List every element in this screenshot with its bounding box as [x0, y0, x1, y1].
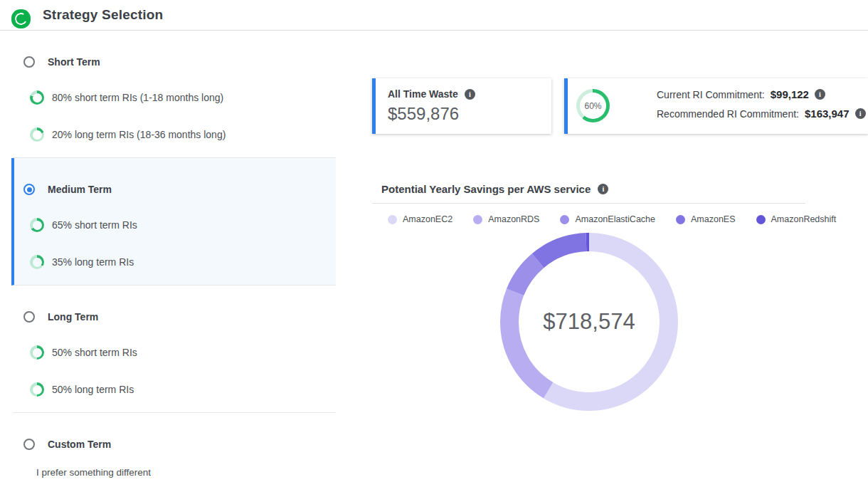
strategy-option-label: 50% long term RIs [52, 384, 134, 395]
strategy-radio-row-short[interactable]: Short Term [14, 56, 336, 68]
legend-label: AmazonRDS [488, 214, 539, 224]
ri-split-donut-icon [30, 345, 44, 360]
info-icon[interactable] [598, 184, 608, 194]
legend-item-AmazonRedshift[interactable]: AmazonRedshift [756, 214, 837, 224]
radio-custom[interactable] [23, 439, 35, 450]
strategy-section-short: Short Term80% short term RIs (1-18 month… [11, 31, 336, 158]
all-time-waste-label: All Time Waste [388, 88, 458, 100]
recommended-ri-value: $163,947 [805, 108, 850, 120]
strategy-option-row: 20% long term RIs (18-36 months long) [14, 127, 336, 142]
commitment-percent: 60% [576, 89, 610, 122]
strategy-option-label: 20% long term RIs (18-36 months long) [52, 129, 226, 140]
recommended-ri-label: Recommended RI Commitment: [657, 108, 799, 120]
legend-dot-icon [756, 215, 766, 224]
legend-dot-icon [560, 215, 569, 224]
info-icon[interactable] [815, 89, 825, 100]
savings-donut-chart: $718,574 [500, 233, 678, 411]
legend-label: AmazonElastiCache [575, 214, 655, 224]
all-time-waste-value: $559,876 [388, 104, 551, 124]
commitment-progress-ring: 60% [576, 89, 610, 122]
chart-title: Potential Yearly Savings per AWS service [381, 183, 591, 195]
legend-label: AmazonES [691, 214, 736, 224]
radio-long[interactable] [23, 311, 35, 323]
radio-short[interactable] [23, 56, 35, 68]
ri-split-donut-icon [30, 255, 44, 269]
strategy-option-label: 80% short term RIs (1-18 months long) [52, 92, 223, 103]
strategy-section-long: Long Term50% short term RIs50% long term… [11, 286, 336, 413]
strategy-label: Long Term [48, 311, 98, 323]
strategy-section-custom: Custom TermI prefer something different [11, 413, 336, 492]
info-icon[interactable] [465, 89, 475, 100]
strategy-option-row: 50% short term RIs [14, 345, 336, 360]
strategy-radio-row-long[interactable]: Long Term [14, 311, 336, 323]
strategy-list: Short Term80% short term RIs (1-18 month… [11, 31, 336, 492]
legend-dot-icon [676, 215, 685, 224]
ri-split-donut-icon [30, 127, 44, 142]
savings-total-value: $718,574 [500, 233, 678, 411]
strategy-option-label: 35% long term RIs [52, 256, 134, 268]
strategy-option-label: 50% short term RIs [52, 347, 137, 358]
legend-label: AmazonRedshift [771, 214, 837, 224]
app-logo-icon [11, 9, 31, 28]
strategy-option-row: 35% long term RIs [14, 255, 336, 269]
all-time-waste-card: All Time Waste $559,876 [372, 78, 551, 134]
strategy-option-row: 80% short term RIs (1-18 months long) [14, 90, 336, 105]
current-ri-value: $99,122 [771, 88, 809, 100]
strategy-description: I prefer something different [14, 467, 336, 478]
radio-medium-selected[interactable] [23, 184, 35, 195]
strategy-option-label: 65% short term RIs [52, 219, 137, 231]
strategy-option-row: 65% short term RIs [14, 218, 336, 232]
strategy-section-medium: Medium Term65% short term RIs35% long te… [11, 158, 336, 286]
ri-split-donut-icon [30, 382, 44, 397]
page-title: Strategy Selection [43, 0, 163, 30]
legend-item-AmazonRDS[interactable]: AmazonRDS [473, 214, 539, 224]
ri-split-donut-icon [30, 90, 44, 105]
strategy-label: Short Term [48, 56, 100, 68]
strategy-label: Medium Term [48, 184, 112, 195]
legend-item-AmazonES[interactable]: AmazonES [676, 214, 736, 224]
ri-commitment-card: 60% Current RI Commitment: $99,122 Recom… [564, 78, 868, 134]
legend-dot-icon [388, 215, 397, 224]
app-header: Strategy Selection [0, 0, 868, 31]
legend-label: AmazonEC2 [403, 214, 452, 224]
strategy-option-row: 50% long term RIs [14, 382, 336, 397]
legend-item-AmazonElastiCache[interactable]: AmazonElastiCache [560, 214, 655, 224]
ri-split-donut-icon [30, 218, 44, 232]
strategy-label: Custom Term [48, 439, 111, 450]
info-icon[interactable] [855, 108, 866, 119]
chart-legend: AmazonEC2AmazonRDSAmazonElastiCacheAmazo… [388, 214, 836, 224]
strategy-radio-row-medium[interactable]: Medium Term [14, 184, 336, 195]
chart-divider [372, 203, 805, 204]
legend-dot-icon [473, 215, 482, 224]
current-ri-label: Current RI Commitment: [657, 89, 765, 100]
strategy-radio-row-custom[interactable]: Custom Term [14, 439, 336, 450]
legend-item-AmazonEC2[interactable]: AmazonEC2 [388, 214, 452, 224]
